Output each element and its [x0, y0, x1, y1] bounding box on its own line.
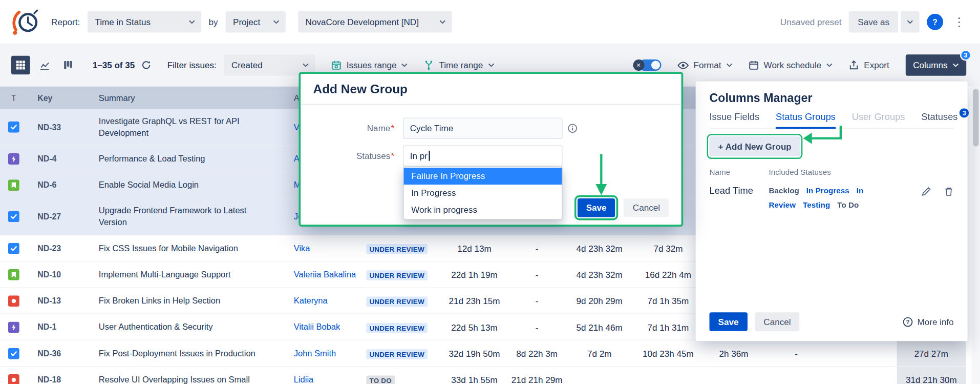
- export-button[interactable]: Export: [849, 60, 889, 70]
- cm-col-statuses: Included Statuses: [769, 168, 953, 176]
- tab-statuses[interactable]: Statuses3: [921, 111, 969, 129]
- col-type-header[interactable]: T: [0, 93, 28, 102]
- columns-label: Columns: [913, 60, 947, 70]
- format-button[interactable]: Format: [677, 60, 733, 70]
- issue-status-cell: UNDER REVIEW: [363, 348, 440, 359]
- col-key-header[interactable]: Key: [28, 93, 89, 102]
- app-header: Report: Time in Status by Project NovaCo…: [0, 0, 980, 44]
- time-in-status-cell: 7d 1h 35m: [634, 296, 702, 306]
- issue-key[interactable]: ND-36: [28, 349, 89, 358]
- chevron-down-icon: [401, 63, 408, 67]
- chevron-down-icon: [826, 63, 833, 67]
- scrollbar-thumb[interactable]: [973, 89, 979, 146]
- issue-key[interactable]: ND-33: [28, 123, 89, 132]
- status-chip: In Progress: [806, 187, 849, 195]
- modal-save-button[interactable]: Save: [578, 198, 615, 217]
- view-chart-button[interactable]: [35, 56, 54, 75]
- pencil-icon: [921, 187, 931, 197]
- work-schedule-button[interactable]: Work schedule: [749, 60, 833, 70]
- project-select[interactable]: NovaCore Development [ND]: [298, 11, 452, 33]
- time-range-button[interactable]: Time range: [424, 60, 494, 70]
- issue-type-cell: [0, 122, 28, 133]
- issues-range-button[interactable]: Issues range: [331, 60, 408, 70]
- eye-icon: [677, 61, 689, 69]
- issue-summary[interactable]: Investigate GraphQL vs REST for API Deve…: [89, 109, 284, 145]
- view-table-button[interactable]: [11, 56, 30, 75]
- more-info-link[interactable]: ? More info: [902, 316, 954, 327]
- columns-button[interactable]: Columns 3: [905, 54, 966, 76]
- issue-summary[interactable]: Fix Broken Links in Help Section: [89, 289, 284, 313]
- cm-save-button[interactable]: Save: [709, 312, 747, 331]
- status-badge: UNDER REVIEW: [366, 270, 428, 280]
- view-board-button[interactable]: [59, 56, 78, 75]
- group-by-select[interactable]: Project: [225, 11, 285, 33]
- issue-assignee[interactable]: Lidiia: [284, 375, 363, 384]
- issue-key[interactable]: ND-13: [28, 296, 89, 305]
- issue-key[interactable]: ND-18: [28, 375, 89, 384]
- issue-assignee[interactable]: Kateryna: [284, 296, 363, 305]
- issue-key[interactable]: ND-27: [28, 212, 89, 221]
- dropdown-option[interactable]: Failure In Progress: [404, 168, 562, 185]
- app-logo: [9, 8, 44, 36]
- issue-key[interactable]: ND-4: [28, 154, 89, 163]
- save-as-button[interactable]: Save as: [849, 11, 898, 33]
- issue-summary[interactable]: Enable Social Media Login: [89, 173, 284, 197]
- delete-group-button[interactable]: [944, 187, 954, 197]
- issue-summary[interactable]: Implement Multi-Language Support: [89, 262, 284, 287]
- issue-summary[interactable]: User Authentication & Security: [89, 315, 284, 339]
- issue-status-cell: UNDER REVIEW: [363, 242, 440, 254]
- tab-status-groups[interactable]: Status Groups: [776, 111, 836, 129]
- table-row[interactable]: ND-36Fix Post-Deployment Issues in Produ…: [0, 340, 966, 367]
- issue-summary[interactable]: Fix Post-Deployment Issues in Production: [89, 341, 284, 366]
- refresh-icon[interactable]: [141, 60, 152, 70]
- report-type-select[interactable]: Time in Status: [88, 11, 201, 33]
- edit-group-button[interactable]: [921, 187, 931, 197]
- help-button[interactable]: ?: [927, 14, 943, 30]
- more-menu-button[interactable]: ⋮: [951, 16, 968, 28]
- clear-icon[interactable]: ×: [633, 59, 644, 71]
- save-as-chevron-button[interactable]: [901, 11, 920, 33]
- time-in-status-cell: 33d 1h 55m: [440, 375, 508, 384]
- issue-assignee[interactable]: Vitalii Bobak: [284, 322, 363, 332]
- issue-assignee[interactable]: Vika: [284, 244, 363, 253]
- dropdown-option[interactable]: In Progress: [404, 185, 562, 201]
- time-in-status-cell: 16d 22h 4m: [634, 270, 702, 280]
- task-icon: [8, 211, 19, 222]
- issue-type-cell: [0, 269, 28, 280]
- dropdown-option[interactable]: Work in progress: [404, 201, 562, 218]
- issue-key[interactable]: ND-1: [28, 322, 89, 332]
- table-row[interactable]: ND-18Resolve UI Overlapping Issues on Sm…: [0, 367, 966, 384]
- issue-summary[interactable]: Upgrade Frontend Framework to Latest Ver…: [89, 198, 284, 235]
- required-asterisk: *: [391, 123, 395, 133]
- issue-summary[interactable]: Performance & Load Testing: [89, 147, 284, 171]
- issue-key[interactable]: ND-10: [28, 270, 89, 279]
- col-summary-header[interactable]: Summary: [89, 92, 284, 104]
- toggle-with-clear[interactable]: ×: [633, 59, 661, 71]
- tab-count-badge: 3: [960, 108, 969, 117]
- add-new-group-button[interactable]: + Add New Group: [709, 136, 800, 156]
- chevron-down-icon: [488, 63, 494, 67]
- tab-issue-fields[interactable]: Issue Fields: [709, 111, 759, 129]
- project-value: NovaCore Development [ND]: [306, 17, 433, 27]
- issue-key[interactable]: ND-23: [28, 244, 89, 253]
- issue-summary[interactable]: Fix CSS Issues for Mobile Navigation: [89, 236, 284, 260]
- issue-key[interactable]: ND-6: [28, 180, 89, 190]
- required-asterisk: *: [391, 151, 395, 161]
- issue-summary[interactable]: Resolve UI Overlapping Issues on Small: [89, 368, 284, 384]
- task-icon: [8, 122, 19, 133]
- cm-cancel-button[interactable]: Cancel: [755, 312, 799, 331]
- name-input[interactable]: [403, 117, 562, 139]
- time-in-status-cell: -: [509, 296, 565, 306]
- work-schedule-label: Work schedule: [764, 60, 822, 70]
- issue-assignee[interactable]: Valeriia Bakalina: [284, 270, 363, 279]
- statuses-input[interactable]: In pr: [403, 145, 562, 167]
- issue-status-cell: UNDER REVIEW: [363, 269, 440, 280]
- issue-assignee[interactable]: John Smith: [284, 349, 363, 358]
- statuses-dropdown: Failure In ProgressIn ProgressWork in pr…: [403, 167, 562, 220]
- more-info-label: More info: [918, 317, 954, 327]
- modal-cancel-button[interactable]: Cancel: [624, 198, 669, 217]
- story-icon: [8, 179, 19, 191]
- issue-type-cell: [0, 295, 28, 307]
- status-badge: UNDER REVIEW: [366, 244, 428, 254]
- status-badge: UNDER REVIEW: [366, 296, 428, 307]
